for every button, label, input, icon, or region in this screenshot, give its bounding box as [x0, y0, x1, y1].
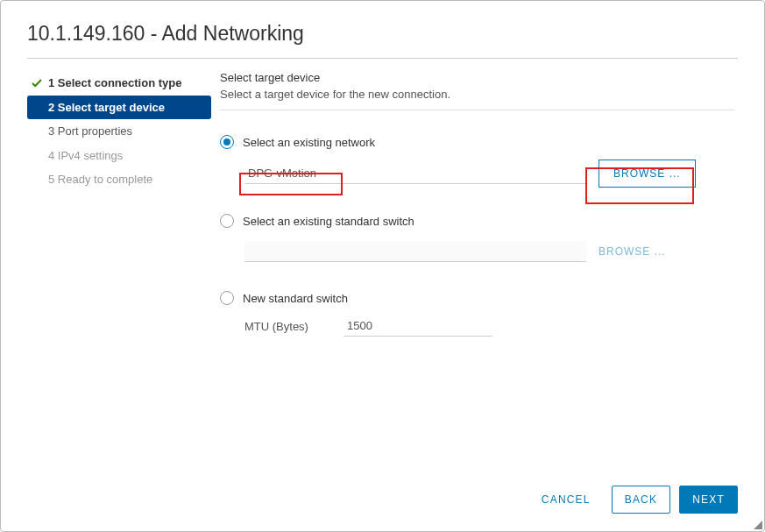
step-ipv4-settings: 4 IPv4 settings: [27, 144, 211, 168]
existing-switch-input: [244, 241, 586, 262]
existing-network-input[interactable]: [244, 163, 586, 184]
option-new-switch[interactable]: New standard switch: [220, 291, 734, 305]
option-existing-network[interactable]: Select an existing network: [220, 135, 734, 149]
radio-label[interactable]: Select an existing network: [243, 136, 375, 149]
option-existing-switch[interactable]: Select an existing standard switch: [220, 214, 734, 228]
radio-existing-switch[interactable]: [220, 214, 234, 228]
step-label: 4 IPv4 settings: [48, 147, 123, 165]
step-label: 3 Port properties: [48, 123, 132, 140]
dialog-title: 10.1.149.160 - Add Networking: [27, 22, 738, 59]
content-heading: Select target device: [220, 71, 734, 84]
step-ready-to-complete: 5 Ready to complete: [27, 167, 211, 192]
radio-label[interactable]: Select an existing standard switch: [243, 215, 414, 228]
step-label: 1 Select connection type: [48, 74, 181, 92]
browse-network-button[interactable]: BROWSE ...: [599, 160, 696, 188]
radio-label[interactable]: New standard switch: [243, 292, 348, 305]
add-networking-dialog: 10.1.149.160 - Add Networking 1 Select c…: [1, 1, 764, 531]
cancel-button[interactable]: CANCEL: [529, 486, 603, 513]
content-subheading: Select a target device for the new conne…: [220, 88, 734, 101]
browse-switch-button: BROWSE ...: [599, 238, 666, 265]
content-panel: Select target device Select a target dev…: [220, 71, 738, 477]
resize-handle-icon[interactable]: [754, 521, 762, 529]
step-label: 5 Ready to complete: [48, 171, 152, 188]
step-port-properties[interactable]: 3 Port properties: [27, 119, 211, 144]
radio-new-switch[interactable]: [220, 291, 234, 305]
radio-existing-network[interactable]: [220, 135, 234, 149]
step-target-device[interactable]: 2 Select target device: [27, 96, 211, 120]
mtu-input[interactable]: [344, 316, 492, 337]
next-button[interactable]: NEXT: [679, 486, 738, 514]
step-label: 2 Select target device: [48, 99, 165, 117]
checkmark-icon: [31, 78, 43, 89]
divider: [220, 110, 734, 110]
mtu-label: MTU (Bytes): [244, 320, 308, 333]
back-button[interactable]: BACK: [612, 486, 670, 514]
dialog-footer: CANCEL BACK NEXT: [27, 477, 738, 514]
step-connection-type[interactable]: 1 Select connection type: [27, 71, 211, 96]
wizard-steps: 1 Select connection type 2 Select target…: [27, 71, 211, 477]
